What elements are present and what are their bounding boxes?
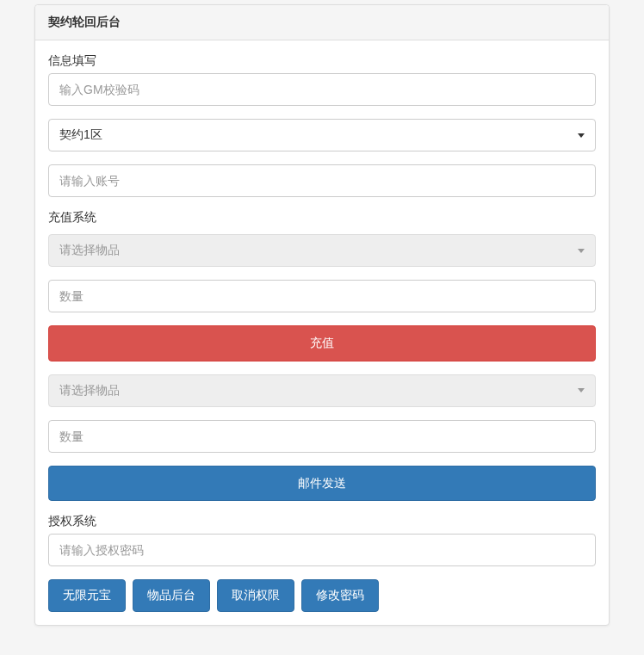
panel-body: 信息填写 契约1区 充值系统 请选择物品: [35, 40, 609, 625]
panel-title: 契约轮回后台: [35, 5, 609, 40]
recharge-button[interactable]: 充值: [48, 325, 596, 361]
section-info: 信息填写: [48, 53, 596, 106]
auth-group: [48, 534, 596, 566]
item2-select-value: 请选择物品: [59, 383, 120, 399]
account-group: [48, 164, 596, 197]
chevron-down-icon: [578, 388, 585, 392]
chevron-down-icon: [578, 249, 585, 253]
qty2-input[interactable]: [48, 420, 596, 453]
server-select[interactable]: 契约1区: [48, 119, 596, 151]
server-select-value: 契约1区: [59, 127, 102, 143]
change-password-button[interactable]: 修改密码: [301, 579, 379, 612]
label-recharge: 充值系统: [48, 210, 596, 226]
auth-button-row: 无限元宝 物品后台 取消权限 修改密码: [48, 579, 596, 612]
item2-select-group: 请选择物品: [48, 374, 596, 407]
qty2-group: [48, 420, 596, 453]
item1-select-value: 请选择物品: [59, 243, 120, 258]
item1-select-group: 请选择物品: [48, 234, 596, 267]
auth-password-input[interactable]: [48, 534, 596, 566]
unlimited-yuanbao-button[interactable]: 无限元宝: [48, 579, 126, 612]
server-select-group: 契约1区: [48, 119, 596, 151]
mail-send-button[interactable]: 邮件发送: [48, 466, 596, 502]
item-backend-button[interactable]: 物品后台: [133, 579, 210, 612]
label-auth: 授权系统: [48, 514, 596, 529]
gm-code-input[interactable]: [48, 73, 596, 106]
account-input[interactable]: [48, 164, 596, 197]
admin-panel: 契约轮回后台 信息填写 契约1区 充值系统 请选择物品: [34, 4, 610, 626]
recharge-button-group: 充值: [48, 325, 596, 361]
revoke-permission-button[interactable]: 取消权限: [217, 579, 294, 612]
qty1-input[interactable]: [48, 280, 596, 312]
chevron-down-icon: [578, 133, 585, 138]
item1-select[interactable]: 请选择物品: [48, 234, 596, 267]
mail-button-group: 邮件发送: [48, 466, 596, 502]
label-info: 信息填写: [48, 53, 596, 69]
qty1-group: [48, 280, 596, 312]
item2-select[interactable]: 请选择物品: [48, 374, 596, 407]
